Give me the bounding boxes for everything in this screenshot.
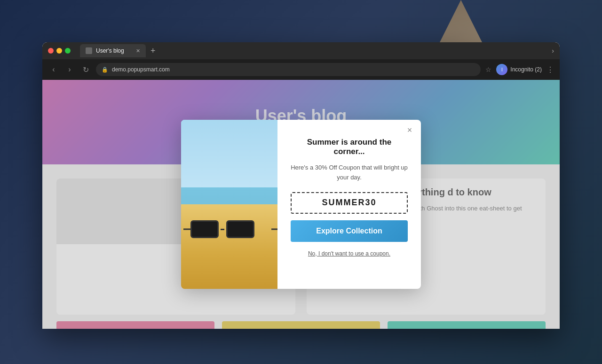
tab-bar: User's blog ✕ + › — [80, 44, 554, 57]
maximize-window-button[interactable] — [65, 48, 71, 54]
lock-icon: 🔒 — [102, 67, 108, 73]
modal-overlay: × Summer is around the corner... Here's … — [42, 80, 560, 329]
back-button[interactable]: ‹ — [48, 65, 59, 74]
tab-menu-button[interactable]: › — [552, 47, 554, 54]
traffic-lights — [48, 48, 71, 54]
sunglasses-frame — [190, 220, 273, 238]
profile-label: Incognito (2) — [510, 66, 542, 73]
popup-heading: Summer is around the corner... — [291, 138, 408, 156]
popup-content-area: × Summer is around the corner... Here's … — [277, 120, 421, 289]
sunglasses-image — [190, 220, 273, 238]
sg-arm-right — [271, 229, 277, 230]
active-tab[interactable]: User's blog ✕ — [80, 44, 146, 57]
new-tab-button[interactable]: + — [148, 46, 158, 56]
profile-avatar: I — [496, 64, 507, 75]
url-text: demo.popupsmart.com — [112, 66, 170, 73]
tab-close-button[interactable]: ✕ — [136, 48, 140, 54]
sg-lens-right — [226, 220, 254, 238]
address-bar[interactable]: 🔒 demo.popupsmart.com — [96, 63, 481, 76]
popup-description: Here's a 30% Off Coupon that will bright… — [291, 163, 408, 183]
tab-label: User's blog — [96, 47, 124, 54]
webpage-content: User's blog Thoughts, stories and ideas.… — [42, 80, 560, 329]
popup-modal: × Summer is around the corner... Here's … — [181, 120, 421, 289]
sg-bridge — [221, 229, 224, 230]
popup-close-button[interactable]: × — [404, 124, 415, 136]
bookmark-button[interactable]: ☆ — [485, 66, 491, 73]
browser-menu-button[interactable]: ⋮ — [547, 65, 554, 74]
browser-window: User's blog ✕ + › ‹ › ↻ 🔒 demo.popupsmar… — [42, 42, 560, 329]
reload-button[interactable]: ↻ — [80, 65, 91, 74]
beach-sand — [181, 204, 277, 289]
forward-button[interactable]: › — [64, 65, 75, 74]
tab-favicon-icon — [86, 47, 92, 54]
decline-link[interactable]: No, I don't want to use a coupon. — [308, 249, 390, 258]
coupon-code-display[interactable]: SUMMER30 — [291, 192, 408, 214]
close-window-button[interactable] — [48, 48, 54, 54]
explore-collection-button[interactable]: Explore Collection — [291, 220, 408, 242]
profile-button[interactable]: I Incognito (2) — [496, 64, 542, 75]
popup-beach-image — [181, 120, 277, 289]
minimize-window-button[interactable] — [56, 48, 62, 54]
browser-addressbar: ‹ › ↻ 🔒 demo.popupsmart.com ☆ I Incognit… — [42, 59, 560, 80]
sg-arm-left — [183, 229, 192, 230]
sg-lens-left — [190, 220, 219, 238]
browser-titlebar: User's blog ✕ + › — [42, 42, 560, 59]
